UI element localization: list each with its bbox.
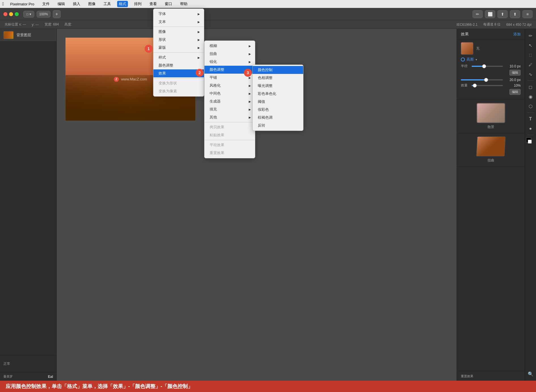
tool-select-rect[interactable]: ⬚ <box>526 50 535 59</box>
menu-mask[interactable]: 蒙版▶ <box>153 44 204 52</box>
toolbar-divider-2 <box>527 112 534 113</box>
radius-slider[interactable] <box>472 66 503 67</box>
intensity-slider[interactable] <box>472 85 503 86</box>
submenu-other[interactable]: 其他▶ <box>204 113 255 121</box>
menu-image[interactable]: 图像 <box>86 1 97 7</box>
menu-shape[interactable]: 形状▶ <box>153 36 204 44</box>
tool-shape[interactable]: ● <box>526 124 535 133</box>
submenu-blur[interactable]: 模糊▶ <box>204 42 255 50</box>
layer-item[interactable]: 背景图层 <box>0 29 56 42</box>
tool-eraser[interactable]: ◻ <box>526 82 535 91</box>
tool-heal[interactable]: ⬡ <box>526 102 535 111</box>
menu-edit[interactable]: 编辑 <box>56 1 67 7</box>
effects-header: 效果 添加 <box>457 29 525 40</box>
format-menu[interactable]: 字体▶ 文本▶ 图像▶ 形状▶ 蒙版▶ 样式▶ 颜色调整 效果▶ 变换为形状 变… <box>153 8 204 97</box>
menu-insert[interactable]: 插入 <box>71 1 82 7</box>
submenu-fill[interactable]: 填充▶ <box>204 105 255 113</box>
color-adj-submenu[interactable]: 颜色控制 色相调整 曝光调整 彩色单色化 阈值 假彩色 棕褐色调 反转 <box>252 65 303 131</box>
cursor-x: 光标位置 x: --- <box>5 22 26 27</box>
adjustments-button[interactable]: ≡ <box>522 10 533 18</box>
search-button[interactable]: 🔍 <box>526 369 535 378</box>
color-adj-hue[interactable]: 色相调整 <box>253 74 303 82</box>
size-slider[interactable] <box>461 79 503 80</box>
blend-mode: 正常 <box>3 361 10 366</box>
pen-tool-button[interactable]: ✏ <box>472 10 483 18</box>
submenu-tile[interactable]: 平铺▶ <box>204 74 255 82</box>
menu-arrange[interactable]: 排列 <box>132 1 143 7</box>
macz-icon: Z <box>114 77 119 82</box>
close-button[interactable] <box>3 12 7 16</box>
menu-effects[interactable]: 效果▶ <box>153 69 204 77</box>
color-adj-false-color[interactable]: 假彩色 <box>253 106 303 114</box>
view-mode-button[interactable]: □ ▾ <box>23 11 34 18</box>
effects-add-button[interactable]: 添加 <box>513 32 521 37</box>
edit-button-2[interactable]: 编辑 <box>509 89 521 95</box>
size-value: 20.0 px <box>505 78 521 82</box>
submenu-sep-1 <box>204 122 255 122</box>
layers-panel: 背景图层 正常 曼茶罗 Eal <box>0 29 57 381</box>
eal-label: Eal <box>48 375 53 379</box>
share-button[interactable]: ⬆ <box>510 10 520 18</box>
menu-format[interactable]: 格式 <box>117 1 128 7</box>
color-adj-threshold[interactable]: 阈值 <box>253 98 303 106</box>
layer-thumbnail <box>3 31 14 39</box>
zoom-button[interactable]: 100% <box>37 11 50 18</box>
tool-stamp[interactable]: ◉ <box>526 92 535 101</box>
intensity-value: 10% <box>505 84 521 88</box>
menu-file[interactable]: 文件 <box>41 1 51 7</box>
submenu-sharpen[interactable]: 锐化▶ <box>204 58 255 66</box>
color-adj-sepia[interactable]: 棕褐色调 <box>253 114 303 122</box>
tool-text[interactable]: T <box>526 114 535 123</box>
menu-convert-shape: 变换为形状 <box>153 79 204 87</box>
submenu-stylize[interactable]: 风格化▶ <box>204 82 255 90</box>
distort-label: 扭曲 <box>488 158 494 163</box>
menu-color-adj[interactable]: 颜色调整 <box>153 61 204 69</box>
submenu-midtone[interactable]: 中间色▶ <box>204 90 255 97</box>
menu-window[interactable]: 窗口 <box>163 1 174 7</box>
export-button[interactable]: ⬆ <box>497 10 508 18</box>
minimize-button[interactable] <box>9 12 13 16</box>
intensity-label: 效量 <box>461 83 469 88</box>
reset-effects-label[interactable]: 重置效果 <box>461 374 473 378</box>
view-icon: □ <box>26 12 28 16</box>
menu-view[interactable]: 查看 <box>148 1 159 7</box>
tool-select[interactable]: ↖ <box>526 41 535 50</box>
menu-sep-2 <box>153 52 204 53</box>
submenu-generator[interactable]: 生成器▶ <box>204 97 255 105</box>
color-adj-exposure[interactable]: 曝光调整 <box>253 82 303 90</box>
menu-convert-pixels: 变换为像素 <box>153 87 204 95</box>
submenu-copy-effects: 拷贝效果 <box>204 123 255 131</box>
menu-pixelmator[interactable]: Pixelmator Pro <box>9 1 36 7</box>
gauss-label[interactable]: 高斯 <box>467 57 474 62</box>
color-profile: IEC61966-2.1 <box>457 23 478 27</box>
submenu-color-adj[interactable]: 颜色调整▶ <box>204 66 255 74</box>
tool-pen[interactable]: ✏ <box>526 31 535 40</box>
cursor-y: y: --- <box>32 23 39 27</box>
apple-menu[interactable]:  <box>2 1 4 7</box>
color-swatches <box>526 137 535 146</box>
edit-button-1[interactable]: 编辑 <box>509 70 521 76</box>
toolbar-right: ✏ ⬜ ⬆ ⬆ ≡ <box>472 10 533 18</box>
color-adj-invert[interactable]: 反转 <box>253 122 303 129</box>
menu-font[interactable]: 字体▶ <box>153 10 204 18</box>
background-color[interactable] <box>528 140 532 144</box>
menu-image[interactable]: 图像▶ <box>153 28 204 36</box>
effects-panel: 效果 添加 无 高斯 ▾ 半径 10.0 px <box>457 29 525 381</box>
gauss-radio[interactable] <box>461 57 465 61</box>
menu-text[interactable]: 文本▶ <box>153 18 204 26</box>
tool-brush[interactable]: 🖊 <box>526 60 535 69</box>
maximize-button[interactable] <box>15 12 19 16</box>
gauss-chevron-icon: ▾ <box>476 58 477 61</box>
menu-help[interactable]: 帮助 <box>178 1 189 7</box>
tool-wave[interactable]: ∿ <box>526 70 535 79</box>
add-button[interactable]: + <box>53 10 61 18</box>
traffic-lights <box>3 12 19 16</box>
scatter-section: 散景 <box>457 100 525 133</box>
menu-style[interactable]: 样式▶ <box>153 54 204 61</box>
menu-tools[interactable]: 工具 <box>102 1 113 7</box>
color-adj-mono[interactable]: 彩色单色化 <box>253 90 303 98</box>
submenu-distort[interactable]: 扭曲▶ <box>204 50 255 58</box>
crop-tool-button[interactable]: ⬜ <box>485 10 495 18</box>
color-adj-color-control[interactable]: 颜色控制 <box>253 66 303 74</box>
effects-submenu[interactable]: 模糊▶ 扭曲▶ 锐化▶ 颜色调整▶ 平铺▶ 风格化▶ 中间色▶ 生成器▶ 填充▶… <box>204 41 255 158</box>
